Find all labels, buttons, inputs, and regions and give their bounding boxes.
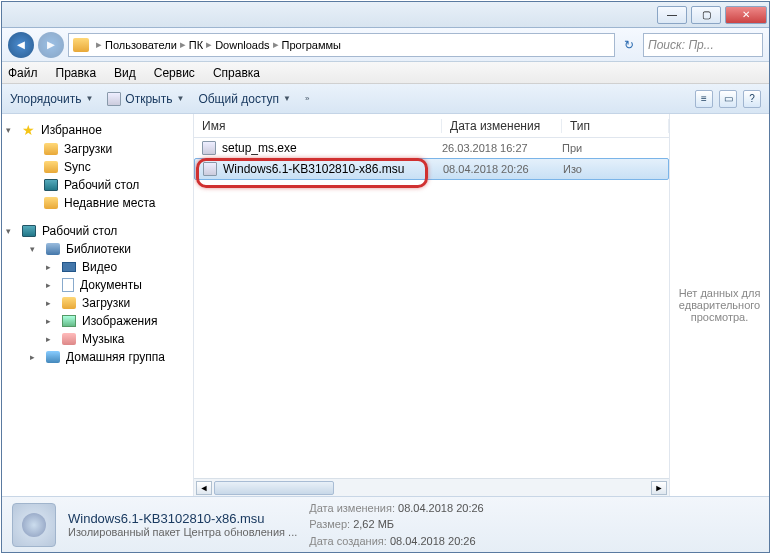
explorer-window: — ▢ ✕ ◄ ► ▸ Пользователи ▸ ПК ▸ Download…	[1, 1, 770, 553]
sidebar: ▾★Избранное Загрузки Sync Рабочий стол Н…	[2, 114, 194, 496]
sidebar-downloads[interactable]: Загрузки	[2, 140, 193, 158]
sidebar-favorites[interactable]: ▾★Избранное	[2, 120, 193, 140]
network-icon	[46, 351, 60, 363]
sidebar-desktop[interactable]: Рабочий стол	[2, 176, 193, 194]
file-row[interactable]: setup_ms.exe 26.03.2018 16:27 При	[194, 138, 669, 158]
desktop-icon	[22, 225, 36, 237]
help-button[interactable]: ?	[743, 90, 761, 108]
music-icon	[62, 333, 76, 345]
document-icon	[62, 278, 74, 292]
menu-file[interactable]: Файл	[8, 66, 38, 80]
column-type[interactable]: Тип	[562, 119, 669, 133]
file-row-selected[interactable]: Windows6.1-KB3102810-x86.msu 08.04.2018 …	[194, 158, 669, 180]
sidebar-libraries[interactable]: ▾Библиотеки	[2, 240, 193, 258]
video-icon	[62, 262, 76, 272]
forward-button[interactable]: ►	[38, 32, 64, 58]
horizontal-scrollbar[interactable]: ◄ ►	[194, 478, 669, 496]
more-button[interactable]: »	[305, 94, 309, 103]
close-button[interactable]: ✕	[725, 6, 767, 24]
column-name[interactable]: Имя	[194, 119, 442, 133]
breadcrumb-item[interactable]: Downloads	[215, 39, 269, 51]
view-options-button[interactable]: ≡	[695, 90, 713, 108]
column-date[interactable]: Дата изменения	[442, 119, 562, 133]
share-button[interactable]: Общий доступ ▼	[198, 92, 291, 106]
status-metadata: Дата изменения: 08.04.2018 20:26 Размер:…	[309, 500, 483, 550]
sidebar-homegroup[interactable]: ▸Домашняя группа	[2, 348, 193, 366]
search-input[interactable]: Поиск: Пр...	[643, 33, 763, 57]
scroll-right-button[interactable]: ►	[651, 481, 667, 495]
menu-bar: Файл Правка Вид Сервис Справка	[2, 62, 769, 84]
status-bar: Windows6.1-KB3102810-x86.msu Изолированн…	[2, 496, 769, 552]
scroll-left-button[interactable]: ◄	[196, 481, 212, 495]
preview-pane-button[interactable]: ▭	[719, 90, 737, 108]
file-list[interactable]: setup_ms.exe 26.03.2018 16:27 При Window…	[194, 138, 669, 478]
sidebar-sync[interactable]: Sync	[2, 158, 193, 176]
menu-view[interactable]: Вид	[114, 66, 136, 80]
breadcrumb-item[interactable]: ПК	[189, 39, 203, 51]
maximize-button[interactable]: ▢	[691, 6, 721, 24]
folder-icon	[44, 197, 58, 209]
sidebar-documents[interactable]: ▸Документы	[2, 276, 193, 294]
sidebar-images[interactable]: ▸Изображения	[2, 312, 193, 330]
menu-help[interactable]: Справка	[213, 66, 260, 80]
preview-pane: Нет данных для едварительного просмотра.	[669, 114, 769, 496]
breadcrumb[interactable]: ▸ Пользователи ▸ ПК ▸ Downloads ▸ Програ…	[68, 33, 615, 57]
libraries-icon	[46, 243, 60, 255]
column-headers: Имя Дата изменения Тип	[194, 114, 669, 138]
folder-icon	[44, 161, 58, 173]
breadcrumb-item[interactable]: Программы	[282, 39, 341, 51]
file-area: Имя Дата изменения Тип setup_ms.exe 26.0…	[194, 114, 669, 496]
folder-icon	[73, 38, 89, 52]
breadcrumb-item[interactable]: Пользователи	[105, 39, 177, 51]
image-icon	[62, 315, 76, 327]
sidebar-recent[interactable]: Недавние места	[2, 194, 193, 212]
toolbar: Упорядочить ▼ Открыть ▼ Общий доступ ▼ »…	[2, 84, 769, 114]
back-button[interactable]: ◄	[8, 32, 34, 58]
sidebar-music[interactable]: ▸Музыка	[2, 330, 193, 348]
content-area: ▾★Избранное Загрузки Sync Рабочий стол Н…	[2, 114, 769, 496]
nav-bar: ◄ ► ▸ Пользователи ▸ ПК ▸ Downloads ▸ Пр…	[2, 28, 769, 62]
sidebar-downloads2[interactable]: ▸Загрузки	[2, 294, 193, 312]
titlebar: — ▢ ✕	[2, 2, 769, 28]
refresh-button[interactable]: ↻	[619, 35, 639, 55]
msu-icon	[203, 162, 217, 176]
sidebar-videos[interactable]: ▸Видео	[2, 258, 193, 276]
exe-icon	[202, 141, 216, 155]
minimize-button[interactable]: —	[657, 6, 687, 24]
menu-edit[interactable]: Правка	[56, 66, 97, 80]
status-text: Windows6.1-KB3102810-x86.msu Изолированн…	[68, 511, 297, 538]
menu-tools[interactable]: Сервис	[154, 66, 195, 80]
desktop-icon	[44, 179, 58, 191]
open-icon	[107, 92, 121, 106]
open-button[interactable]: Открыть ▼	[107, 92, 184, 106]
folder-icon	[44, 143, 58, 155]
folder-icon	[62, 297, 76, 309]
sidebar-desktop-root[interactable]: ▾Рабочий стол	[2, 222, 193, 240]
file-thumbnail-icon	[12, 503, 56, 547]
star-icon: ★	[22, 122, 35, 138]
scroll-thumb[interactable]	[214, 481, 334, 495]
organize-button[interactable]: Упорядочить ▼	[10, 92, 93, 106]
